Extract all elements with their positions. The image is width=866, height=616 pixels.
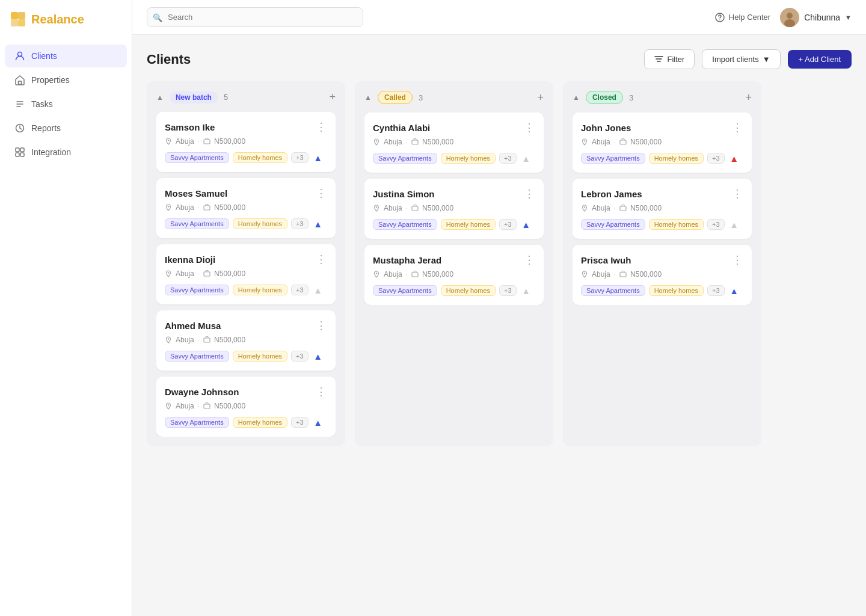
card-menu-button[interactable]: ⋮ [316,253,327,266]
card-menu-button[interactable]: ⋮ [316,319,327,332]
tag-more: +3 [291,417,309,428]
collapse-icon[interactable]: ▲ [573,93,580,102]
client-card: Samson Ike ⋮ Abuja · N500,000 Savvy Apar… [156,112,336,172]
client-card: Ahmed Musa ⋮ Abuja · N500,000 Savvy Apar… [156,310,336,371]
card-header: John Jones ⋮ [581,121,743,134]
alert-blue-icon: ▲ [520,218,532,230]
column-header: ▲ Called 3 + [364,91,544,104]
client-location: Abuja [592,204,610,212]
card-menu-button[interactable]: ⋮ [732,253,743,266]
column-badge: New batch [170,91,218,103]
tag-1: Homely homes [233,285,287,295]
sidebar-item-integration[interactable]: Integration [5,141,127,164]
add-card-icon[interactable]: + [537,91,544,104]
user-menu[interactable]: Chibunna ▼ [780,8,852,27]
svg-point-35 [584,140,585,141]
client-card: Lebron James ⋮ Abuja · N500,000 Savvy Ap… [573,179,752,239]
client-name: John Jones [581,123,631,133]
client-location: Abuja [176,137,194,146]
svg-point-21 [168,206,169,207]
filter-button[interactable]: Filter [644,49,695,69]
collapse-icon[interactable]: ▲ [156,93,164,102]
card-meta: Abuja · N500,000 [373,204,535,212]
svg-point-25 [168,338,169,339]
svg-rect-26 [204,338,210,342]
client-budget: N500,000 [422,204,453,212]
card-meta: Abuja · N500,000 [373,138,535,146]
page-title: Clients [147,52,637,67]
column-count: 5 [224,93,228,102]
tag-more: +3 [291,351,309,362]
column-header: ▲ Closed 3 + [573,91,752,104]
location-icon [165,336,172,343]
location-icon [165,402,172,410]
sidebar-item-properties[interactable]: Properties [5,69,127,91]
sidebar-item-clients[interactable]: Clients [5,45,127,67]
client-location: Abuja [384,204,402,212]
card-tags: Savvy ApartmentsHomely homes +3 ▲ [165,218,327,230]
card-meta: Abuja · N500,000 [581,138,743,146]
search-input[interactable] [147,7,363,27]
kanban-board: ▲ New batch 5 + Samson Ike ⋮ Abuja · N50… [147,81,852,446]
tag-0: Savvy Apartments [373,153,437,164]
card-meta: Abuja · N500,000 [165,137,327,146]
location-icon [165,204,172,211]
page-header: Clients Filter Import clients ▼ + Add Cl… [147,49,852,69]
svg-point-27 [168,404,169,405]
cards-list: Samson Ike ⋮ Abuja · N500,000 Savvy Apar… [156,112,336,437]
card-menu-button[interactable]: ⋮ [732,121,743,134]
add-card-icon[interactable]: + [745,91,752,104]
tag-0: Savvy Apartments [165,417,229,428]
svg-point-4 [18,52,22,57]
card-meta: Abuja · N500,000 [581,204,743,212]
grid-icon [14,147,25,158]
tag-1: Homely homes [649,219,704,230]
tag-0: Savvy Apartments [581,153,645,164]
client-card: John Jones ⋮ Abuja · N500,000 Savvy Apar… [573,112,752,173]
card-meta: Abuja · N500,000 [165,203,327,212]
client-location: Abuja [592,270,610,279]
client-name: Ikenna Dioji [165,254,215,265]
budget-icon [203,270,210,277]
svg-point-23 [168,272,169,273]
card-menu-button[interactable]: ⋮ [524,253,535,266]
user-name: Chibunna [804,13,840,22]
svg-rect-13 [20,153,24,156]
tag-1: Homely homes [233,417,287,428]
card-menu-button[interactable]: ⋮ [316,186,327,200]
client-location: Abuja [176,270,194,278]
tag-more: +3 [291,285,309,295]
svg-rect-5 [19,81,22,84]
card-tags: Savvy ApartmentsHomely homes +3 ▲ [165,350,327,362]
alert-blue-icon: ▲ [728,285,740,297]
sidebar-item-tasks[interactable]: Tasks [5,93,127,116]
add-client-button[interactable]: + Add Client [788,50,852,69]
client-name: Cynthia Alabi [373,123,430,133]
help-center-button[interactable]: Help Center [714,12,770,23]
logo-text: Realance [31,13,84,26]
card-meta: Abuja · N500,000 [165,402,327,410]
chevron-down-icon: ▼ [845,14,852,21]
card-tags: Savvy ApartmentsHomely homes +3 ▲ [165,416,327,428]
card-menu-button[interactable]: ⋮ [524,187,535,200]
card-menu-button[interactable]: ⋮ [316,385,327,398]
card-header: Mustapha Jerad ⋮ [373,253,535,266]
card-tags: Savvy ApartmentsHomely homes +3 ▲ [581,218,743,230]
collapse-icon[interactable]: ▲ [364,93,372,102]
client-card: Justina Simon ⋮ Abuja · N500,000 Savvy A… [364,179,544,239]
card-header: Justina Simon ⋮ [373,187,535,200]
svg-rect-22 [204,206,210,210]
svg-rect-1 [18,12,25,19]
card-menu-button[interactable]: ⋮ [316,120,327,134]
content-area: Clients Filter Import clients ▼ + Add Cl… [132,35,866,616]
help-icon [714,12,725,23]
import-clients-button[interactable]: Import clients ▼ [702,49,780,69]
card-menu-button[interactable]: ⋮ [732,187,743,200]
sidebar-item-reports[interactable]: Reports [5,117,127,140]
add-card-icon[interactable]: + [329,91,336,103]
tag-0: Savvy Apartments [165,351,229,362]
column-closed: ▲ Closed 3 + John Jones ⋮ Abuja · N500,0… [563,81,761,446]
home-icon [14,75,25,85]
card-menu-button[interactable]: ⋮ [524,121,535,134]
card-header: Samson Ike ⋮ [165,120,327,134]
